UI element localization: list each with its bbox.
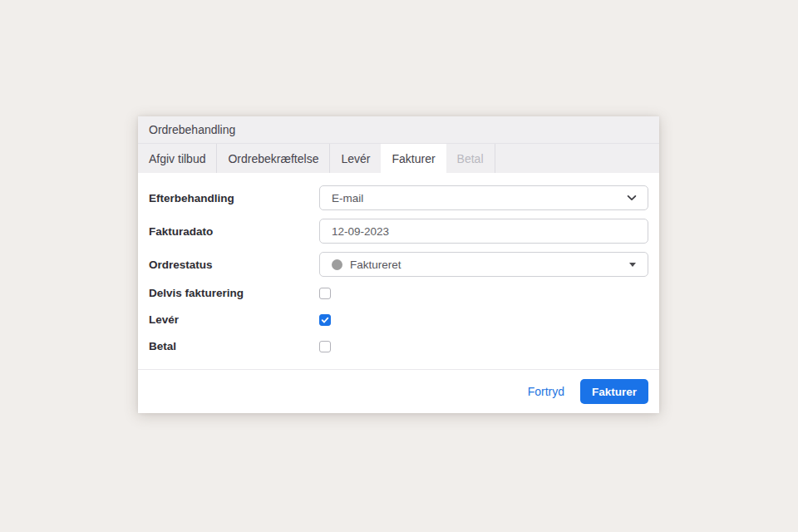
fakturadato-label: Fakturadato (149, 225, 319, 238)
delvis-fakturering-checkbox[interactable] (319, 288, 331, 299)
status-dot-icon (332, 259, 342, 270)
efterbehandling-label: Efterbehandling (149, 192, 319, 204)
check-icon (321, 316, 329, 324)
ordrestatus-value: Faktureret (350, 259, 401, 271)
lever-checkbox[interactable] (319, 314, 331, 326)
lever-label: Levér (149, 313, 319, 326)
tab-betal: Betal (446, 144, 495, 173)
efterbehandling-select[interactable]: E-mail (319, 185, 648, 210)
cancel-button[interactable]: Fortryd (528, 385, 564, 398)
ordrestatus-dropdown[interactable]: Faktureret (319, 252, 648, 277)
tab-lever[interactable]: Levér (330, 144, 381, 173)
lever-row: Levér (149, 313, 648, 326)
dialog-header: Ordrebehandling (138, 116, 659, 144)
dialog-footer: Fortryd Fakturer (138, 369, 659, 413)
tab-ordrebekraeftelse[interactable]: Ordrebekræftelse (217, 144, 330, 173)
efterbehandling-value: E-mail (332, 192, 363, 204)
fakturadato-input[interactable]: 12-09-2023 (319, 219, 648, 244)
delvis-fakturering-label: Delvis fakturering (149, 287, 319, 299)
efterbehandling-row: Efterbehandling E-mail (149, 185, 648, 210)
delvis-fakturering-row: Delvis fakturering (149, 287, 648, 299)
betal-row: Betal (149, 340, 648, 352)
ordrestatus-row: Ordrestatus Faktureret (149, 252, 648, 277)
dialog-title: Ordrebehandling (149, 123, 235, 136)
tab-afgiv-tilbud[interactable]: Afgiv tilbud (138, 144, 217, 173)
tab-lever-label: Levér (341, 152, 370, 165)
submit-fakturer-button[interactable]: Fakturer (580, 379, 648, 404)
betal-label: Betal (149, 340, 319, 352)
caret-down-icon (629, 263, 636, 267)
chevron-down-icon (626, 192, 638, 204)
ordrebehandling-dialog: Ordrebehandling Afgiv tilbud Ordrebekræf… (138, 116, 659, 413)
tab-afgiv-tilbud-label: Afgiv tilbud (149, 152, 205, 165)
betal-checkbox[interactable] (319, 341, 331, 352)
tab-betal-label: Betal (457, 152, 484, 165)
tab-bar: Afgiv tilbud Ordrebekræftelse Levér Fakt… (138, 144, 659, 173)
fakturadato-value: 12-09-2023 (332, 225, 389, 238)
tab-fakturer[interactable]: Fakturer (381, 144, 446, 173)
ordrestatus-label: Ordrestatus (149, 259, 319, 271)
dialog-body: Efterbehandling E-mail Fakturadato 12-09… (138, 173, 659, 369)
tab-fakturer-label: Fakturer (392, 152, 435, 165)
fakturadato-row: Fakturadato 12-09-2023 (149, 219, 648, 244)
tab-ordrebekraeftelse-label: Ordrebekræftelse (228, 152, 318, 165)
